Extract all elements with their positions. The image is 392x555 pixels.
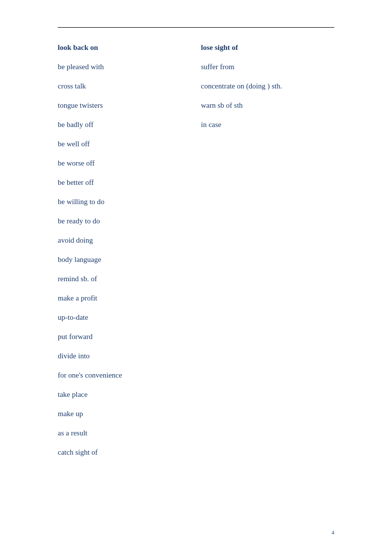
phrase-avoid-doing: avoid doing (58, 235, 191, 246)
phrase-be-better-off: be better off (58, 177, 191, 188)
phrase-remind-sb-of: remind sb. of (58, 274, 191, 284)
phrase-divide-into: divide into (58, 351, 191, 361)
phrase-catch-sight-of: catch sight of (58, 447, 191, 458)
phrase-be-badly-off: be badly off (58, 120, 191, 130)
phrase-be-pleased-with: be pleased with (58, 62, 191, 72)
phrase-look-back-on: look back on (58, 43, 191, 53)
right-column: lose sight ofsuffer fromconcentrate on (… (201, 43, 334, 467)
phrase-suffer-from: suffer from (201, 62, 334, 72)
phrase-up-to-date: up-to-date (58, 312, 191, 323)
page: look back onbe pleased withcross talkton… (0, 0, 392, 555)
left-column: look back onbe pleased withcross talkton… (58, 43, 191, 467)
phrase-for-ones-convenience: for one's convenience (58, 370, 191, 381)
phrase-make-up: make up (58, 409, 191, 419)
phrase-be-worse-off: be worse off (58, 158, 191, 169)
phrase-in-case: in case (201, 120, 334, 130)
phrase-cross-talk: cross talk (58, 81, 191, 91)
phrase-take-place: take place (58, 389, 191, 400)
phrase-as-a-result: as a result (58, 428, 191, 438)
phrase-be-willing-to-do: be willing to do (58, 197, 191, 207)
phrase-make-a-profit: make a profit (58, 293, 191, 303)
phrase-tongue-twisters: tongue twisters (58, 100, 191, 111)
phrase-body-language: body language (58, 255, 191, 265)
phrase-be-well-off: be well off (58, 139, 191, 149)
phrase-put-forward: put forward (58, 332, 191, 342)
content-grid: look back onbe pleased withcross talkton… (58, 43, 334, 467)
phrase-warn-sb-of-sth: warn sb of sth (201, 100, 334, 111)
phrase-concentrate-on: concentrate on (doing ) sth. (201, 81, 334, 91)
top-divider (58, 27, 334, 28)
phrase-lose-sight-of: lose sight of (201, 43, 334, 53)
phrase-be-ready-to-do: be ready to do (58, 216, 191, 226)
page-number: 4 (332, 529, 335, 535)
